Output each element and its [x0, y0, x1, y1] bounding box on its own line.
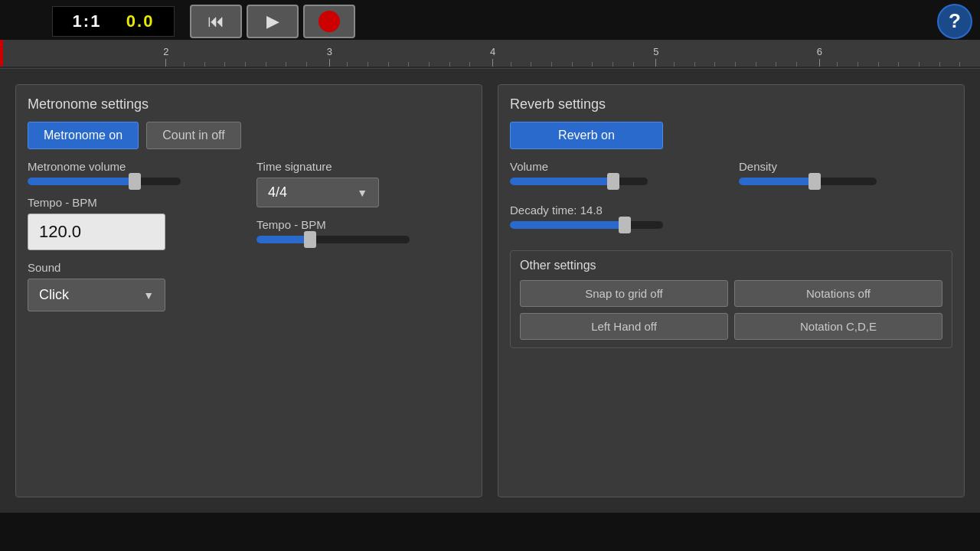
ruler-small-line-icon — [224, 62, 225, 67]
ruler-mark: 5 — [653, 46, 658, 67]
help-icon: ? — [949, 9, 961, 33]
ruler-small-mark — [898, 62, 899, 67]
ruler-small-line-icon — [449, 62, 450, 67]
tempo-slider[interactable] — [256, 236, 470, 243]
time-sig-value: 4/4 — [268, 184, 287, 201]
ruler-small-line-icon — [756, 62, 756, 67]
reverb-top: Reverb on — [510, 122, 952, 149]
reverb-volume-fill — [510, 178, 613, 185]
reverb-panel: Reverb settings Reverb on Volume Density — [498, 84, 965, 497]
ruler-small-mark — [551, 62, 552, 67]
ruler-small-line-icon — [776, 62, 776, 67]
left-hand-button[interactable]: Left Hand off — [520, 313, 728, 340]
decay-thumb[interactable] — [619, 217, 631, 233]
timeline-ruler: 23456 — [0, 40, 980, 67]
ruler-small-line-icon — [286, 62, 286, 67]
ruler-small-mark — [756, 62, 756, 67]
gear-button[interactable] — [8, 3, 44, 40]
timeline: 23456 — [0, 42, 980, 69]
ruler-small-line-icon — [368, 62, 368, 67]
ruler-small-mark — [408, 62, 409, 67]
decay-slider[interactable] — [510, 221, 952, 229]
reverb-volume-slider[interactable] — [510, 178, 724, 185]
volume-slider[interactable] — [28, 178, 241, 185]
ruler-small-mark — [347, 62, 348, 67]
ruler-line-icon — [655, 59, 656, 67]
metronome-btn-row: Metronome on Count in off — [28, 122, 470, 149]
ruler-line-icon — [165, 59, 166, 67]
ruler-small-mark — [939, 62, 940, 67]
ruler-small-line-icon — [674, 62, 675, 67]
ruler-mark: 6 — [817, 46, 822, 67]
reverb-density-label: Density — [739, 160, 952, 173]
ruler-small-line-icon — [511, 62, 511, 67]
reverb-density-track — [739, 178, 877, 185]
rewind-icon: ⏮ — [207, 11, 224, 31]
tempo-thumb[interactable] — [304, 231, 316, 248]
ruler-small-mark — [592, 62, 593, 67]
reverb-density-thumb[interactable] — [808, 173, 821, 190]
ruler-small-line-icon — [858, 62, 858, 67]
ruler-small-mark — [531, 62, 531, 67]
metronome-title: Metronome settings — [28, 96, 470, 112]
notation-cde-button[interactable]: Notation C,D,E — [734, 313, 942, 340]
ruler-small-line-icon — [245, 62, 246, 67]
ruler-small-mark — [184, 62, 185, 67]
ruler-small-line-icon — [633, 62, 634, 67]
ruler-label: 6 — [817, 46, 822, 57]
ruler-small-mark — [245, 62, 246, 67]
ruler-small-mark — [837, 62, 838, 67]
reverb-density-col: Density — [739, 160, 952, 196]
countin-toggle-button[interactable]: Count in off — [146, 122, 241, 149]
volume-thumb[interactable] — [129, 173, 141, 190]
reverb-volume-track — [510, 178, 648, 185]
ruler-small-mark — [919, 62, 920, 67]
ruler-small-line-icon — [694, 62, 695, 67]
record-button[interactable] — [303, 5, 355, 38]
ruler-small-mark — [388, 62, 389, 67]
other-settings-panel: Other settings Snap to grid off Notation… — [510, 250, 952, 348]
ruler-small-line-icon — [714, 62, 715, 67]
ruler-line-icon — [492, 59, 493, 67]
tempo-track — [256, 236, 410, 243]
notations-button[interactable]: Notations off — [734, 280, 942, 307]
reverb-volume-thumb[interactable] — [607, 173, 619, 190]
reverb-toggle-button[interactable]: Reverb on — [510, 122, 663, 149]
reverb-density-slider[interactable] — [739, 178, 952, 185]
time-sig-arrow-icon: ▼ — [357, 187, 368, 199]
ruler-small-line-icon — [939, 62, 940, 67]
ruler-small-line-icon — [266, 62, 266, 67]
ruler-small-mark — [449, 62, 450, 67]
bpm-input[interactable] — [28, 214, 165, 250]
tempo-left-label: Tempo - BPM — [28, 196, 241, 209]
ruler-small-line-icon — [408, 62, 409, 67]
rewind-button[interactable]: ⏮ — [190, 5, 242, 38]
metronome-left-col: Metronome volume Tempo - BPM Sound Click… — [28, 160, 241, 311]
snap-to-grid-button[interactable]: Snap to grid off — [520, 280, 728, 307]
other-settings-title: Other settings — [520, 259, 942, 272]
ruler-small-mark — [204, 62, 205, 67]
metronome-two-col: Metronome volume Tempo - BPM Sound Click… — [28, 160, 470, 311]
tempo-fill — [256, 236, 310, 243]
ruler-small-line-icon — [469, 62, 470, 67]
decay-track — [510, 221, 663, 229]
ruler-small-line-icon — [612, 62, 613, 67]
ruler-small-line-icon — [796, 62, 797, 67]
metronome-panel: Metronome settings Metronome on Count in… — [15, 84, 482, 497]
ruler-line-icon — [819, 59, 820, 67]
ruler-small-line-icon — [837, 62, 838, 67]
playhead[interactable] — [0, 40, 3, 67]
ruler-mark: 4 — [490, 46, 495, 67]
decay-label: Decady time: 14.8 — [510, 204, 952, 217]
time-sig-dropdown[interactable]: 4/4 ▼ — [256, 178, 379, 207]
sound-dropdown[interactable]: Click ▼ — [28, 279, 165, 311]
ruler-small-mark — [572, 62, 573, 67]
ruler-small-mark — [959, 62, 960, 67]
ruler-small-line-icon — [347, 62, 348, 67]
ruler-small-line-icon — [959, 62, 960, 67]
ruler-small-mark — [633, 62, 634, 67]
help-button[interactable]: ? — [937, 4, 972, 39]
metronome-toggle-button[interactable]: Metronome on — [28, 122, 139, 149]
play-button[interactable]: ▶ — [247, 5, 299, 38]
ruler-small-line-icon — [184, 62, 185, 67]
